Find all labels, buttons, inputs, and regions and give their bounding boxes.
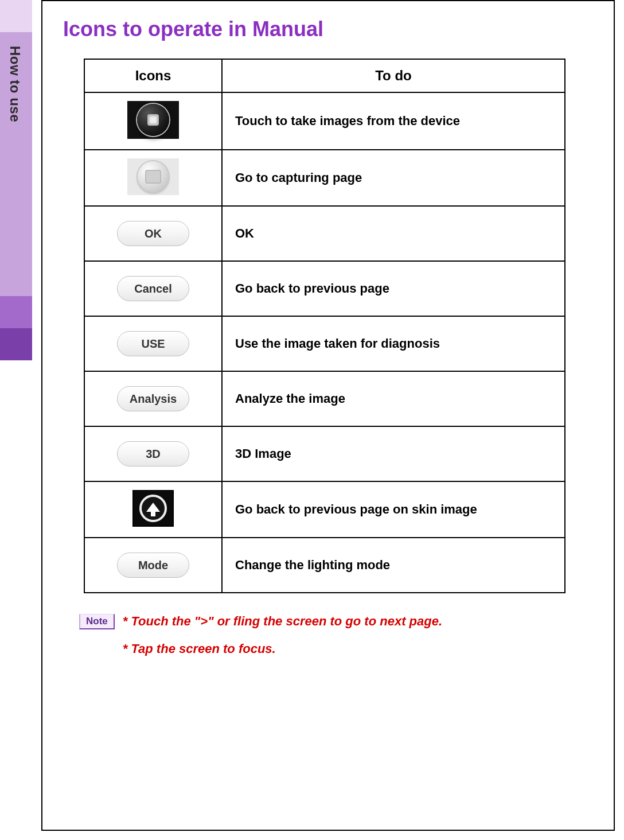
- table-row: OK OK: [84, 206, 565, 261]
- goto-capture-icon: [127, 158, 179, 195]
- table-row: USE Use the image taken for diagnosis: [84, 316, 565, 371]
- use-button[interactable]: USE: [117, 331, 189, 356]
- table-row: Touch to take images from the device: [84, 92, 565, 150]
- row-desc: Change the lighting mode: [222, 538, 565, 593]
- table-row: Mode Change the lighting mode: [84, 538, 565, 593]
- row-desc: OK: [222, 206, 565, 261]
- row-desc: Go to capturing page: [222, 150, 565, 206]
- note-line-2: * Tap the screen to focus.: [123, 641, 591, 656]
- page-title: Icons to operate in Manual: [63, 17, 591, 41]
- row-desc: Analyze the image: [222, 371, 565, 426]
- col-header-icons: Icons: [84, 59, 222, 92]
- analysis-button[interactable]: Analysis: [117, 386, 189, 411]
- note-badge: Note: [79, 614, 115, 629]
- row-desc: Touch to take images from the device: [222, 92, 565, 150]
- three-d-button[interactable]: 3D: [117, 441, 189, 466]
- sidebar-accent-3: [0, 296, 32, 328]
- note-block: Note * Touch the ">" or fling the screen…: [79, 614, 591, 669]
- sidebar: How to use: [0, 0, 32, 840]
- ok-button[interactable]: OK: [117, 221, 189, 246]
- mode-button[interactable]: Mode: [117, 553, 189, 578]
- row-desc: 3D Image: [222, 426, 565, 481]
- table-row: Analysis Analyze the image: [84, 371, 565, 426]
- cancel-button[interactable]: Cancel: [117, 276, 189, 301]
- table-row: 3D 3D Image: [84, 426, 565, 481]
- sidebar-label: How to use: [7, 46, 23, 122]
- row-desc: Go back to previous page on skin image: [222, 481, 565, 538]
- capture-icon: [127, 101, 179, 139]
- icons-table: Icons To do Touch to take images from th…: [84, 59, 566, 593]
- table-row: Go to capturing page: [84, 150, 565, 206]
- sidebar-accent-1: [0, 0, 32, 32]
- page-frame: Icons to operate in Manual Icons To do T…: [41, 0, 615, 831]
- row-desc: Go back to previous page: [222, 261, 565, 316]
- sidebar-accent-4: [0, 328, 32, 360]
- col-header-todo: To do: [222, 59, 565, 92]
- table-row: Cancel Go back to previous page: [84, 261, 565, 316]
- table-row: Go back to previous page on skin image: [84, 481, 565, 538]
- up-arrow-icon: [132, 490, 174, 527]
- note-line-1: * Touch the ">" or fling the screen to g…: [123, 614, 591, 629]
- row-desc: Use the image taken for diagnosis: [222, 316, 565, 371]
